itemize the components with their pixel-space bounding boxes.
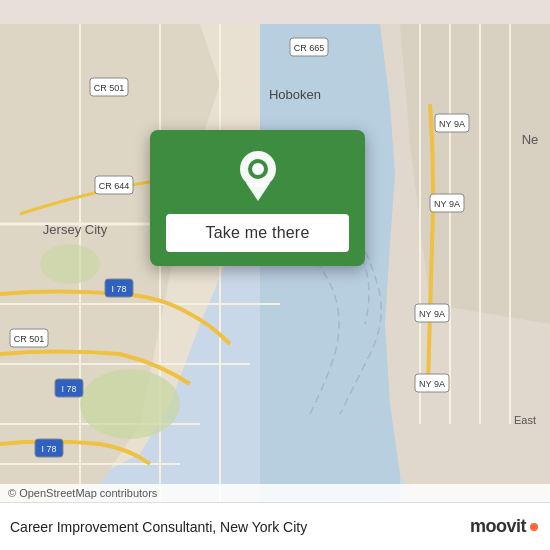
map-container: CR 665 CR 501 CR 644 CR 501 I 78 I 78 I … <box>0 0 550 550</box>
bottom-bar: Career Improvement Consultanti, New York… <box>0 502 550 550</box>
svg-text:NY 9A: NY 9A <box>434 199 460 209</box>
moovit-text: moovit <box>470 516 526 537</box>
svg-point-19 <box>40 244 100 284</box>
svg-text:East: East <box>514 414 536 426</box>
attribution-bar: © OpenStreetMap contributors <box>0 484 550 502</box>
svg-text:CR 501: CR 501 <box>94 83 125 93</box>
attribution-text: © OpenStreetMap contributors <box>8 487 157 499</box>
svg-text:I 78: I 78 <box>61 384 76 394</box>
svg-text:I 78: I 78 <box>41 444 56 454</box>
svg-text:Ne: Ne <box>522 132 539 147</box>
svg-text:CR 665: CR 665 <box>294 43 325 53</box>
svg-text:NY 9A: NY 9A <box>439 119 465 129</box>
svg-text:Jersey City: Jersey City <box>43 222 108 237</box>
moovit-dot-icon <box>530 523 538 531</box>
svg-text:CR 644: CR 644 <box>99 181 130 191</box>
take-me-there-button[interactable]: Take me there <box>166 214 349 252</box>
svg-text:I 78: I 78 <box>111 284 126 294</box>
svg-point-18 <box>80 369 180 439</box>
map-background: CR 665 CR 501 CR 644 CR 501 I 78 I 78 I … <box>0 0 550 550</box>
pin-icon-wrap <box>231 148 285 202</box>
svg-text:NY 9A: NY 9A <box>419 379 445 389</box>
svg-text:NY 9A: NY 9A <box>419 309 445 319</box>
moovit-logo: moovit <box>470 516 538 537</box>
svg-text:Hoboken: Hoboken <box>269 87 321 102</box>
location-pin-icon <box>236 149 280 201</box>
svg-point-49 <box>252 163 264 175</box>
svg-marker-48 <box>246 183 270 201</box>
location-card: Take me there <box>150 130 365 266</box>
svg-text:CR 501: CR 501 <box>14 334 45 344</box>
location-name: Career Improvement Consultanti, New York… <box>10 519 307 535</box>
